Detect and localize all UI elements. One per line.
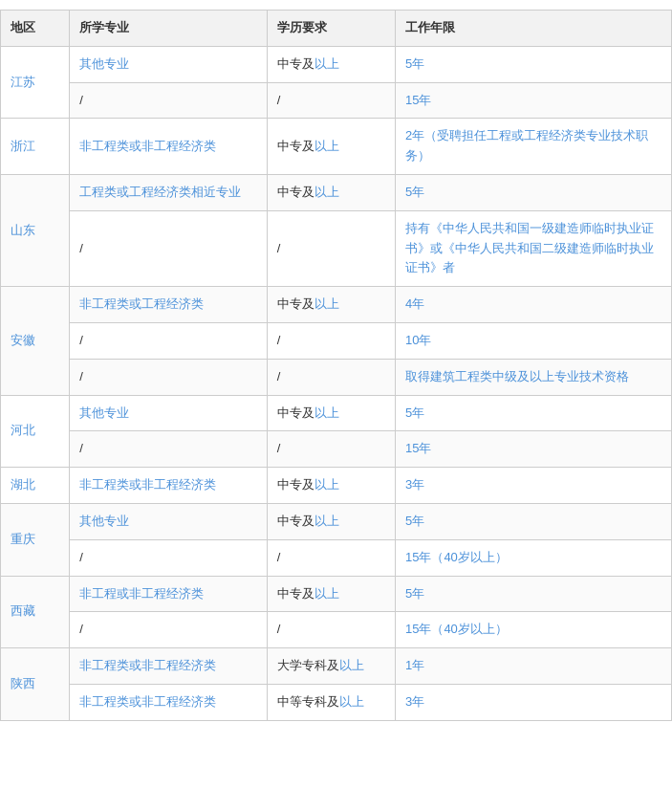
edu-cell: / <box>267 359 395 395</box>
edu-cell: 中专及以上 <box>267 576 395 612</box>
edu-cell: 中专及以上 <box>267 174 395 210</box>
edu-cell: / <box>267 612 395 648</box>
header-major: 所学专业 <box>70 11 267 47</box>
major-cell: / <box>70 431 267 468</box>
table-row: //15年（40岁以上） <box>1 612 672 648</box>
edu-cell: 中专及以上 <box>267 503 395 539</box>
region-cell: 安徽 <box>1 287 70 395</box>
major-cell: / <box>70 322 267 359</box>
edu-cell: 中专及以上 <box>267 46 395 82</box>
edu-cell: 中专及以上 <box>267 395 395 431</box>
major-cell: 非工程类或非工程经济类 <box>70 684 267 720</box>
major-cell: 非工程类或非工程经济类 <box>70 468 267 504</box>
header-edu: 学历要求 <box>267 11 395 47</box>
major-cell: / <box>70 539 267 576</box>
work-cell: 3年 <box>395 468 671 504</box>
edu-cell: 中专及以上 <box>267 287 395 323</box>
table-row: //15年（40岁以上） <box>1 539 672 576</box>
major-cell: 其他专业 <box>70 46 267 82</box>
edu-cell: 大学专科及以上 <box>267 648 395 685</box>
work-cell: 15年 <box>395 82 671 119</box>
work-cell: 取得建筑工程类中级及以上专业技术资格 <box>395 359 671 395</box>
major-cell: 工程类或工程经济类相近专业 <box>70 174 267 210</box>
major-cell: / <box>70 612 267 648</box>
edu-cell: 中专及以上 <box>267 468 395 504</box>
major-cell: / <box>70 82 267 119</box>
work-cell: 3年 <box>395 684 671 720</box>
region-cell: 河北 <box>1 395 70 468</box>
major-cell: 非工程类或非工程经济类 <box>70 648 267 685</box>
table-row: //15年 <box>1 431 672 468</box>
table-row: //15年 <box>1 82 672 119</box>
table-row: //持有《中华人民共和国一级建造师临时执业证书》或《中华人民共和国二级建造师临时… <box>1 210 672 286</box>
work-cell: 15年（40岁以上） <box>395 539 671 576</box>
work-cell: 5年 <box>395 503 671 539</box>
major-cell: 其他专业 <box>70 395 267 431</box>
region-cell: 重庆 <box>1 503 70 576</box>
major-cell: / <box>70 210 267 286</box>
table-row: //取得建筑工程类中级及以上专业技术资格 <box>1 359 672 395</box>
edu-cell: / <box>267 210 395 286</box>
header-region: 地区 <box>1 11 70 47</box>
header-row: 地区 所学专业 学历要求 工作年限 <box>1 11 672 47</box>
edu-cell: / <box>267 322 395 359</box>
work-cell: 15年 <box>395 431 671 468</box>
table-row: //10年 <box>1 322 672 359</box>
table-container: 地区 所学专业 学历要求 工作年限 江苏其他专业中专及以上5年//15年浙江非工… <box>0 0 672 731</box>
region-cell: 陕西 <box>1 648 70 721</box>
header-work: 工作年限 <box>395 11 671 47</box>
region-cell: 浙江 <box>1 119 70 175</box>
work-cell: 4年 <box>395 287 671 323</box>
table-row: 重庆其他专业中专及以上5年 <box>1 503 672 539</box>
work-cell: 2年（受聘担任工程或工程经济类专业技术职务） <box>395 119 671 175</box>
work-cell: 5年 <box>395 576 671 612</box>
major-cell: / <box>70 359 267 395</box>
work-cell: 5年 <box>395 395 671 431</box>
major-cell: 非工程类或工程经济类 <box>70 287 267 323</box>
major-cell: 非工程类或非工程经济类 <box>70 119 267 175</box>
work-cell: 5年 <box>395 174 671 210</box>
edu-cell: 中专及以上 <box>267 119 395 175</box>
table-row: 河北其他专业中专及以上5年 <box>1 395 672 431</box>
edu-cell: / <box>267 431 395 468</box>
work-cell: 1年 <box>395 648 671 685</box>
table-row: 陕西非工程类或非工程经济类大学专科及以上1年 <box>1 648 672 685</box>
table-row: 山东工程类或工程经济类相近专业中专及以上5年 <box>1 174 672 210</box>
work-cell: 5年 <box>395 46 671 82</box>
work-cell: 15年（40岁以上） <box>395 612 671 648</box>
edu-cell: / <box>267 82 395 119</box>
major-cell: 非工程或非工程经济类 <box>70 576 267 612</box>
region-cell: 江苏 <box>1 46 70 119</box>
main-table: 地区 所学专业 学历要求 工作年限 江苏其他专业中专及以上5年//15年浙江非工… <box>0 10 672 721</box>
work-cell: 10年 <box>395 322 671 359</box>
region-cell: 山东 <box>1 174 70 286</box>
table-row: 西藏非工程或非工程经济类中专及以上5年 <box>1 576 672 612</box>
major-cell: 其他专业 <box>70 503 267 539</box>
edu-cell: / <box>267 539 395 576</box>
table-row: 江苏其他专业中专及以上5年 <box>1 46 672 82</box>
work-cell: 持有《中华人民共和国一级建造师临时执业证书》或《中华人民共和国二级建造师临时执业… <box>395 210 671 286</box>
table-row: 非工程类或非工程经济类中等专科及以上3年 <box>1 684 672 720</box>
table-row: 安徽非工程类或工程经济类中专及以上4年 <box>1 287 672 323</box>
region-cell: 湖北 <box>1 468 70 504</box>
table-row: 浙江非工程类或非工程经济类中专及以上2年（受聘担任工程或工程经济类专业技术职务） <box>1 119 672 175</box>
region-cell: 西藏 <box>1 576 70 648</box>
edu-cell: 中等专科及以上 <box>267 684 395 720</box>
table-row: 湖北非工程类或非工程经济类中专及以上3年 <box>1 468 672 504</box>
